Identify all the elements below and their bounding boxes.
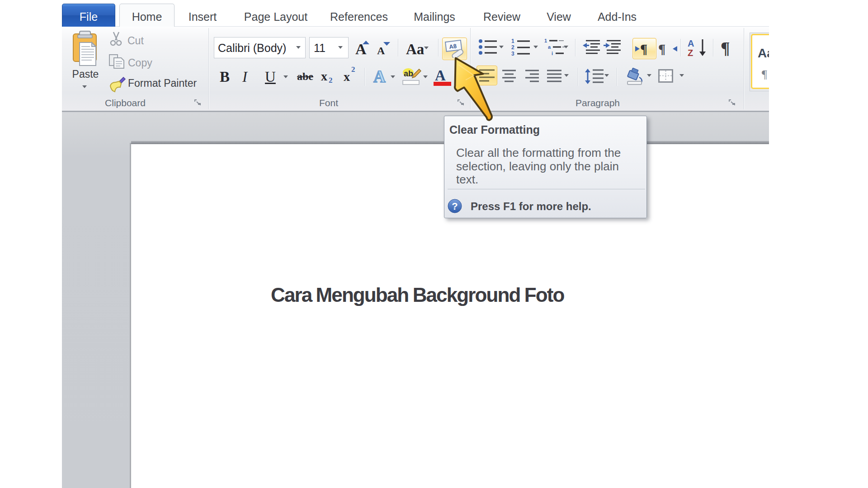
svg-text:?: ? [452, 201, 458, 212]
svg-text:i: i [552, 51, 553, 56]
svg-text:¶: ¶ [640, 42, 647, 55]
svg-text:ab: ab [404, 69, 413, 78]
svg-text:A8: A8 [448, 42, 457, 50]
svg-text:Z: Z [688, 48, 693, 57]
svg-text:¶: ¶ [658, 42, 665, 55]
svg-text:2: 2 [511, 44, 514, 51]
svg-text:1: 1 [544, 38, 547, 43]
svg-text:A: A [688, 39, 694, 48]
svg-text:a: a [548, 44, 551, 50]
svg-text:3: 3 [511, 51, 514, 56]
svg-text:1: 1 [511, 38, 514, 44]
